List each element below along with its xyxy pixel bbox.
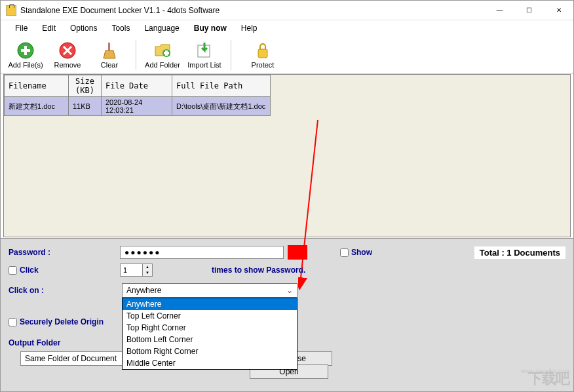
spinner-down[interactable]: ▼ (143, 270, 152, 276)
click-count-spinner[interactable]: 1 ▲ ▼ (120, 264, 153, 277)
clickon-combobox[interactable]: Anywhere Anywhere Top Left Corner Top Ri… (122, 283, 297, 370)
col-filedate[interactable]: File Date (102, 75, 172, 97)
spinner-value: 1 (121, 266, 142, 274)
combobox-dropdown: Anywhere Top Left Corner Top Right Corne… (122, 298, 297, 370)
plus-icon (16, 41, 35, 60)
menubar: File Edit Options Tools Language Buy now… (1, 20, 573, 36)
import-icon (195, 41, 214, 60)
app-icon (6, 5, 16, 16)
lock-icon (254, 41, 272, 60)
cell-filename: 新建文档1.doc (5, 97, 69, 116)
file-grid-area: Filename Size (KB) File Date Full File P… (3, 74, 571, 237)
svg-rect-4 (108, 43, 110, 50)
password-strength-indicator (288, 245, 307, 260)
col-size[interactable]: Size (KB) (69, 75, 102, 97)
col-filename[interactable]: Filename (5, 75, 69, 97)
menu-buynow[interactable]: Buy now (187, 21, 233, 35)
toolbar: Add File(s) Remove Clear Add Folder Impo… (1, 36, 573, 74)
minimize-button[interactable]: — (485, 1, 514, 20)
svg-rect-7 (164, 52, 169, 54)
combo-option[interactable]: Top Right Corner (123, 322, 297, 334)
toolbar-separator (136, 40, 136, 70)
click-checkbox[interactable] (9, 266, 17, 275)
svg-rect-9 (258, 49, 267, 58)
maximize-button[interactable]: ☐ (514, 1, 544, 20)
add-files-button[interactable]: Add File(s) (5, 37, 47, 73)
titlebar: Standalone EXE Document Locker V1.1 - 4d… (1, 1, 573, 20)
cell-fullpath: D:\tools\桌面\新建文档1.doc (172, 97, 271, 116)
combo-option[interactable]: Anywhere (123, 298, 297, 310)
svg-rect-2 (21, 49, 30, 52)
spinner-up[interactable]: ▲ (143, 264, 152, 270)
close-button[interactable]: ✕ (544, 1, 573, 20)
combo-option[interactable]: Bottom Left Corner (123, 334, 297, 345)
add-folder-button[interactable]: Add Folder (142, 37, 183, 73)
click-label: Click (20, 265, 39, 275)
password-input[interactable]: ●●●●●● (120, 246, 284, 259)
password-label: Password : (9, 248, 120, 257)
watermark-logo: 下载吧 (528, 369, 569, 389)
import-list-button[interactable]: Import List (183, 37, 225, 73)
menu-file[interactable]: File (9, 21, 34, 35)
combo-option[interactable]: Top Left Corner (123, 310, 297, 322)
table-row[interactable]: 新建文档1.doc 11KB 2020-08-24 12:03:21 D:\to… (5, 97, 271, 116)
cell-size: 11KB (69, 97, 102, 116)
show-password-checkbox[interactable] (340, 248, 349, 257)
col-fullpath[interactable]: Full File Path (172, 75, 271, 97)
menu-help[interactable]: Help (235, 21, 264, 35)
menu-tools[interactable]: Tools (105, 21, 136, 35)
cell-filedate: 2020-08-24 12:03:21 (102, 97, 172, 116)
protect-button[interactable]: Protect (237, 37, 289, 73)
folder-plus-icon (153, 41, 172, 60)
table-header-row: Filename Size (KB) File Date Full File P… (5, 75, 271, 97)
clear-button[interactable]: Clear (88, 37, 130, 73)
window-title: Standalone EXE Document Locker V1.1 - 4d… (20, 6, 485, 15)
settings-panel: Password : ●●●●●● Show Total : 1 Documen… (1, 238, 573, 391)
show-password-label: Show (351, 248, 372, 257)
combo-option[interactable]: Middle Center (123, 357, 297, 369)
combo-option[interactable]: Bottom Right Corner (123, 345, 297, 357)
securely-delete-checkbox[interactable] (9, 318, 17, 326)
menu-edit[interactable]: Edit (35, 21, 62, 35)
clickon-label: Click on : (9, 281, 120, 295)
broom-icon (100, 41, 119, 60)
file-table[interactable]: Filename Size (KB) File Date Full File P… (4, 75, 271, 116)
combobox-selected[interactable]: Anywhere (122, 283, 297, 298)
remove-button[interactable]: Remove (47, 37, 88, 73)
times-label: times to show Password. (212, 265, 305, 275)
securely-delete-label: Securely Delete Origin (20, 317, 104, 326)
total-documents-label: Total : 1 Documents (474, 246, 565, 259)
toolbar-separator (231, 40, 231, 70)
remove-icon (58, 41, 77, 60)
menu-options[interactable]: Options (64, 21, 104, 35)
menu-language[interactable]: Language (138, 21, 185, 35)
